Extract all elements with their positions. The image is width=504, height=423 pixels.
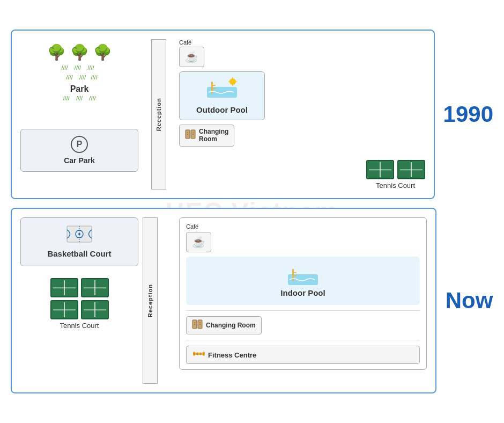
changing-icon-now	[192, 319, 203, 331]
tennis-courts-grid-now	[50, 278, 109, 319]
tennis-area-now: Tennis Court	[20, 278, 138, 330]
basketball-icon	[66, 225, 92, 245]
cafe-label-1990: Café	[179, 39, 191, 46]
changing-room-row-now: Changing Room	[186, 316, 262, 334]
reception-text-now: Reception	[147, 284, 153, 317]
svg-rect-32	[194, 353, 195, 355]
tennis-label-1990: Tennis Court	[376, 181, 415, 189]
svg-marker-35	[200, 352, 202, 355]
svg-rect-3	[211, 88, 216, 89]
fitness-centre-row: Fitness Centre	[186, 346, 420, 364]
outdoor-pool-box: Outdoor Pool	[179, 71, 265, 120]
reception-col-1990: Reception	[143, 39, 175, 189]
grass-lines-2: //// //// ////	[63, 94, 95, 104]
svg-point-12	[192, 134, 194, 135]
tennis-courts-row-1990	[366, 160, 425, 179]
basketball-court-label: Basketball Court	[47, 249, 111, 258]
reception-text-1990: Reception	[155, 98, 162, 131]
cafe-area-1990: Café ☕	[179, 39, 425, 67]
park-area: 🌳 🌳 🌳 //// //// //// //// //// //// Park…	[20, 39, 138, 119]
svg-point-25	[194, 324, 195, 325]
cafe-label-now: Café	[186, 223, 198, 230]
svg-rect-29	[195, 353, 203, 355]
tennis-court-now-3	[50, 300, 78, 319]
cafe-icon-box-1990: ☕	[179, 47, 204, 67]
outdoor-pool-label: Outdoor Pool	[196, 105, 248, 114]
section-1990-row: 🌳 🌳 🌳 //// //// //// //// //// //// Park…	[11, 30, 493, 199]
car-park-box: P Car Park	[20, 129, 138, 172]
svg-rect-22	[292, 275, 297, 276]
parking-symbol: P	[71, 136, 88, 153]
svg-marker-34	[196, 352, 198, 355]
park-label: Park	[70, 84, 89, 94]
tree-icon-2: 🌳	[70, 43, 89, 61]
tennis-court-now-2	[81, 278, 109, 297]
right-panel-now: Café ☕	[179, 217, 427, 370]
map-box-now: Basketball Court Tennis Court	[11, 208, 436, 393]
right-col-1990: Café ☕	[179, 39, 425, 189]
trees: 🌳 🌳 🌳	[47, 43, 112, 61]
divider-1	[186, 310, 420, 311]
tennis-court-1990-2	[397, 160, 425, 179]
outdoor-pool-icon	[206, 77, 238, 103]
svg-rect-21	[292, 272, 297, 273]
cafe-icon-1990: ☕	[185, 51, 198, 63]
tennis-label-now: Tennis Court	[60, 322, 99, 330]
year-1990: 1990	[443, 101, 493, 127]
cafe-icon-now: ☕	[192, 236, 205, 248]
indoor-pool-label: Indoor Pool	[280, 288, 325, 297]
tennis-court-now-1	[50, 278, 78, 297]
indoor-pool-icon	[287, 265, 319, 288]
main-container: UEC Vietnam 🌳 🌳 🌳 //// //// //// //// //…	[11, 30, 493, 393]
reception-col-now: Reception	[143, 217, 175, 384]
basketball-court-box: Basketball Court	[20, 217, 138, 266]
svg-rect-2	[211, 85, 216, 86]
right-col-now: Café ☕	[179, 217, 427, 384]
fitness-icon	[193, 350, 205, 360]
section-now-row: Basketball Court Tennis Court	[11, 208, 493, 393]
grass-lines: //// //// //// //// //// ////	[61, 63, 97, 82]
svg-rect-33	[203, 353, 204, 355]
tennis-area-1990: Tennis Court	[366, 160, 425, 189]
changing-label-now: Changing Room	[206, 322, 256, 329]
year-now: Now	[445, 288, 493, 313]
reception-box-now: Reception	[143, 217, 158, 384]
tennis-court-now-4	[81, 300, 109, 319]
divider-2	[186, 340, 420, 340]
changing-icon-1990	[185, 129, 196, 141]
map-box-1990: 🌳 🌳 🌳 //// //// //// //// //// //// Park…	[11, 30, 435, 199]
left-col-now: Basketball Court Tennis Court	[20, 217, 138, 384]
car-park-label: Car Park	[64, 156, 95, 165]
indoor-pool-box: Indoor Pool	[186, 257, 420, 305]
tree-icon-1: 🌳	[47, 43, 66, 61]
reception-box-1990: Reception	[151, 39, 166, 189]
cafe-icon-box-now: ☕	[186, 232, 211, 252]
cafe-area-now: Café ☕	[186, 223, 420, 252]
fitness-centre-label: Fitness Centre	[208, 351, 256, 359]
svg-point-4	[229, 78, 236, 85]
changing-label-1990: Changing Room	[199, 128, 228, 143]
tree-icon-3: 🌳	[93, 43, 112, 61]
svg-point-11	[187, 134, 188, 135]
tennis-court-1990-1	[366, 160, 394, 179]
changing-room-row-1990: Changing Room	[179, 125, 234, 147]
svg-point-26	[199, 324, 201, 325]
